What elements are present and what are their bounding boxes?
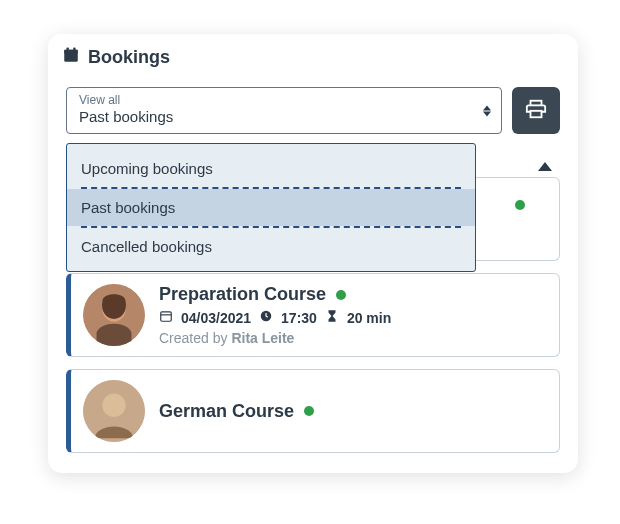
booking-meta: 04/03/2021 17:30 20 min [159, 309, 547, 326]
panel-content: View all Past bookings Upcoming bookings… [48, 79, 578, 453]
filter-option-past[interactable]: Past bookings [67, 189, 475, 226]
tab-bookings[interactable]: Bookings [48, 34, 188, 79]
avatar [83, 380, 145, 442]
tab-title: Bookings [88, 47, 170, 68]
filter-option-cancelled[interactable]: Cancelled bookings [67, 228, 475, 265]
filter-value: Past bookings [79, 108, 465, 125]
filter-row: View all Past bookings Upcoming bookings… [66, 87, 560, 134]
calendar-icon [62, 46, 80, 69]
booking-duration: 20 min [347, 310, 391, 326]
filter-dropdown: Upcoming bookings Past bookings Cancelle… [66, 143, 476, 272]
printer-icon [525, 98, 547, 124]
filter-select[interactable]: View all Past bookings [66, 87, 502, 134]
svg-rect-4 [531, 100, 542, 105]
booking-body: Preparation Course 04/03/2021 17:30 20 m… [159, 284, 547, 346]
hourglass-icon [325, 309, 339, 326]
booking-title: Preparation Course [159, 284, 326, 305]
svg-rect-14 [161, 312, 172, 321]
booking-body: German Course [159, 401, 547, 422]
clock-icon [259, 309, 273, 326]
svg-rect-2 [67, 48, 69, 52]
filter-select-wrap: View all Past bookings Upcoming bookings… [66, 87, 502, 134]
calendar-icon [159, 309, 173, 326]
status-dot [515, 200, 525, 210]
sort-arrows-icon [483, 105, 491, 116]
svg-point-18 [102, 394, 125, 417]
booking-date: 04/03/2021 [181, 310, 251, 326]
booking-card[interactable]: German Course [66, 369, 560, 453]
filter-option-upcoming[interactable]: Upcoming bookings [67, 150, 475, 187]
status-dot [304, 406, 314, 416]
booking-author: Rita Leite [231, 330, 294, 346]
print-button[interactable] [512, 87, 560, 134]
status-dot [336, 290, 346, 300]
avatar [83, 284, 145, 346]
svg-rect-3 [73, 48, 75, 52]
chevron-up-icon[interactable] [538, 162, 552, 171]
booking-time: 17:30 [281, 310, 317, 326]
filter-label: View all [79, 94, 465, 106]
bookings-panel: Bookings View all Past bookings Upcoming… [48, 34, 578, 473]
booking-created: Created by Rita Leite [159, 330, 547, 346]
booking-card[interactable]: Preparation Course 04/03/2021 17:30 20 m… [66, 273, 560, 357]
booking-title: German Course [159, 401, 294, 422]
svg-rect-5 [531, 110, 542, 116]
svg-rect-1 [64, 50, 78, 54]
